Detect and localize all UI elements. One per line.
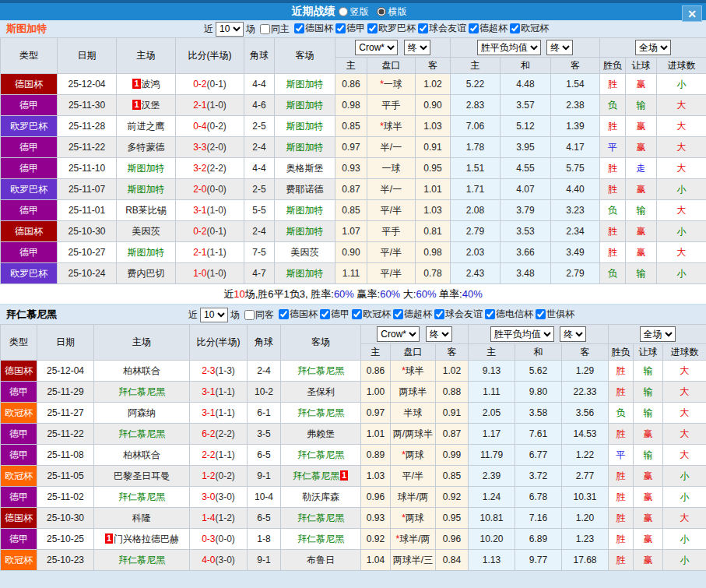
same-venue-checkbox[interactable] bbox=[260, 24, 270, 34]
mean-draw-cell: 7.61 bbox=[515, 424, 562, 445]
league-filter-checkbox[interactable] bbox=[279, 309, 289, 319]
home-team-cell: 柏林联合 bbox=[94, 445, 190, 466]
vertical-layout-radio[interactable] bbox=[339, 7, 348, 16]
scope-select[interactable]: 全场 bbox=[635, 40, 671, 55]
league-filter-option[interactable]: 球会友谊 bbox=[434, 308, 483, 321]
league-filter-checkbox[interactable] bbox=[335, 23, 346, 33]
league-filter-option[interactable]: 德甲 bbox=[320, 308, 349, 321]
team-name: 拜仁慕尼黑 bbox=[297, 449, 344, 460]
titlebar: 近期战绩 竖版 横版 ✕ bbox=[0, 0, 706, 20]
corner-cell: 6-1 bbox=[248, 403, 281, 424]
league-cell: 德甲 bbox=[1, 158, 58, 179]
league-filter-option[interactable]: 欧罗巴杯 bbox=[367, 22, 416, 35]
mean-draw-cell: 3.57 bbox=[501, 95, 551, 116]
league-cell: 德国杯 bbox=[1, 74, 58, 95]
summary-segment: 10 bbox=[234, 288, 244, 300]
league-filter-option[interactable]: 德电信杯 bbox=[485, 308, 533, 321]
match-count-select[interactable]: 10 bbox=[216, 22, 244, 37]
home-team-cell: 科隆 bbox=[94, 508, 190, 529]
handicap-result-cell: 赢 bbox=[634, 487, 663, 508]
league-filter-option[interactable]: 欧冠杯 bbox=[510, 22, 549, 35]
handicap-line-cell: 两球半/三 bbox=[391, 550, 436, 571]
halftime-score: (0-1) bbox=[207, 79, 227, 90]
date-cell: 25-11-27 bbox=[37, 403, 94, 424]
same-venue-option[interactable]: 同主 bbox=[260, 23, 290, 36]
odds-home-cell: 0.85 bbox=[335, 200, 367, 221]
team-name: 圣保利 bbox=[307, 386, 335, 397]
league-filter-list: 德国杯德甲欧冠杯德超杯球会友谊德电信杯世俱杯 bbox=[276, 308, 574, 322]
handicap-result-cell: 赢 bbox=[634, 424, 663, 445]
mean-type-select[interactable]: 胜平负均值 bbox=[490, 326, 554, 342]
handicap-line-cell: 半/一 bbox=[367, 179, 416, 200]
horizontal-layout-radio[interactable] bbox=[377, 7, 386, 16]
match-row: 德甲25-11-22多特蒙德3-3(2-0)2-4斯图加特0.97半/一0.91… bbox=[1, 137, 706, 158]
fulltime-score: 0-2 bbox=[193, 79, 206, 90]
mean-draw-cell: 6.89 bbox=[515, 529, 562, 550]
goals-result-cell: 小 bbox=[657, 263, 706, 284]
league-filter-checkbox[interactable] bbox=[367, 23, 378, 33]
same-venue-label: 同客 bbox=[255, 308, 274, 322]
league-filter-checkbox[interactable] bbox=[393, 309, 403, 319]
league-filter-option[interactable]: 德国杯 bbox=[279, 308, 318, 321]
league-filter-checkbox[interactable] bbox=[536, 309, 546, 319]
away-team-cell: 费耶诺德 bbox=[275, 179, 335, 200]
handicap-result-cell: 输 bbox=[626, 95, 657, 116]
odds-stage-select[interactable]: 终 bbox=[404, 40, 430, 55]
league-filter-checkbox[interactable] bbox=[320, 309, 330, 319]
league-filter-option[interactable]: 欧冠杯 bbox=[352, 308, 391, 321]
match-row: 德甲25-11-02拜仁慕尼黑3-0(3-0)10-4勒沃库森0.96球半/两0… bbox=[1, 487, 706, 508]
odds-home-cell: 0.93 bbox=[335, 158, 367, 179]
league-filter-checkbox[interactable] bbox=[469, 23, 479, 33]
odds-stage-select[interactable]: 终 bbox=[426, 326, 452, 342]
league-filter-option[interactable]: 德甲 bbox=[335, 22, 365, 35]
col-odds-home: 主 bbox=[361, 344, 391, 361]
col-mean-draw: 和 bbox=[515, 344, 562, 361]
mean-away-cell: 3.56 bbox=[562, 403, 609, 424]
league-filter-checkbox[interactable] bbox=[352, 309, 362, 319]
league-cell: 德甲 bbox=[1, 487, 37, 508]
odds-company-select[interactable]: Crow* bbox=[355, 40, 398, 55]
mean-draw-cell: 9.80 bbox=[515, 382, 562, 403]
league-cell: 欧罗巴杯 bbox=[1, 116, 58, 137]
handicap-result-cell: 赢 bbox=[634, 529, 663, 550]
league-filter-checkbox[interactable] bbox=[418, 23, 428, 33]
mean-away-cell: 22.33 bbox=[562, 382, 609, 403]
team-name: 拜仁慕尼黑 bbox=[118, 491, 165, 502]
league-filter-option[interactable]: 球会友谊 bbox=[418, 22, 466, 35]
mean-home-cell: 2.03 bbox=[451, 242, 501, 263]
odds-away-cell: 0.85 bbox=[436, 466, 469, 487]
odds-home-cell: 0.85 bbox=[335, 116, 367, 137]
corner-cell: 7-5 bbox=[244, 242, 275, 263]
league-filter-label: 德甲 bbox=[346, 22, 365, 35]
corner-cell: 4-7 bbox=[244, 263, 275, 284]
corner-cell: 2-5 bbox=[244, 116, 275, 137]
same-venue-option[interactable]: 同客 bbox=[244, 308, 274, 322]
vertical-layout-option[interactable]: 竖版 bbox=[339, 5, 369, 19]
corner-cell: 2-5 bbox=[244, 179, 275, 200]
match-count-select[interactable]: 10 bbox=[200, 308, 228, 322]
horizontal-layout-option[interactable]: 横版 bbox=[377, 5, 407, 19]
league-filter-checkbox[interactable] bbox=[294, 23, 304, 33]
league-filter-option[interactable]: 德国杯 bbox=[294, 22, 333, 35]
mean-home-cell: 2.08 bbox=[451, 200, 501, 221]
odds-company-select[interactable]: Crow* bbox=[377, 326, 420, 342]
league-filter-option[interactable]: 德超杯 bbox=[393, 308, 432, 321]
mean-type-select[interactable]: 胜平负均值 bbox=[477, 40, 541, 55]
mean-stage-select[interactable]: 终 bbox=[560, 326, 586, 342]
home-team-cell: 拜仁慕尼黑 bbox=[94, 382, 190, 403]
fulltime-score: 3-0 bbox=[202, 491, 215, 502]
mean-stage-select[interactable]: 终 bbox=[546, 40, 573, 55]
close-button[interactable]: ✕ bbox=[682, 5, 702, 22]
corner-cell: 9-1 bbox=[248, 550, 281, 571]
mean-home-cell: 11.79 bbox=[469, 445, 515, 466]
league-filter-option[interactable]: 德超杯 bbox=[469, 22, 508, 35]
league-filter-checkbox[interactable] bbox=[510, 23, 520, 33]
league-filter-checkbox[interactable] bbox=[434, 309, 444, 319]
odds-away-cell: 0.81 bbox=[416, 221, 451, 242]
same-venue-checkbox[interactable] bbox=[244, 310, 255, 320]
odds-away-cell: 0.95 bbox=[416, 158, 451, 179]
league-filter-checkbox[interactable] bbox=[485, 309, 495, 319]
league-filter-option[interactable]: 世俱杯 bbox=[536, 308, 574, 321]
match-row: 欧罗巴杯25-10-24费内巴切1-0(1-0)4-7斯图加特1.11平/半0.… bbox=[1, 263, 706, 284]
scope-select[interactable]: 全场 bbox=[640, 326, 676, 342]
